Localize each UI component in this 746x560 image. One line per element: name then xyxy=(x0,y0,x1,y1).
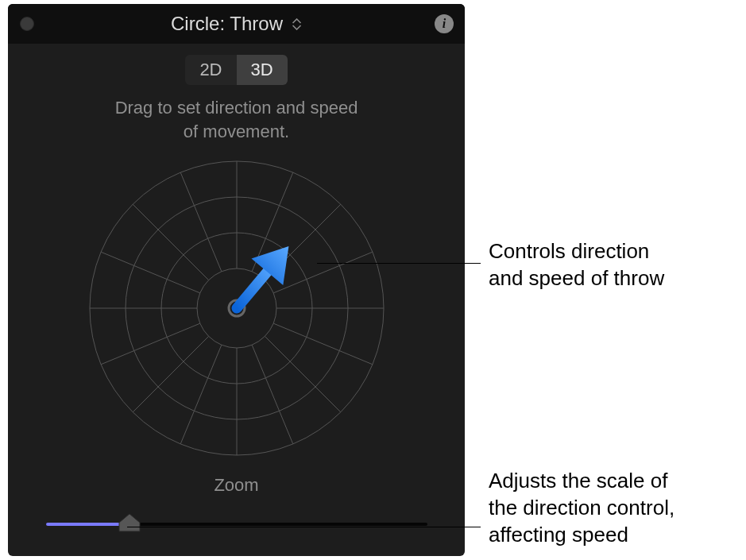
close-window-button[interactable] xyxy=(20,17,34,31)
dimension-toggle: 2D 3D xyxy=(185,55,287,85)
panel-title: Circle: Throw xyxy=(171,13,283,35)
helper-line-1: Drag to set direction and speed xyxy=(115,98,358,118)
direction-control[interactable] xyxy=(86,157,388,459)
callout-text: the direction control, xyxy=(489,496,674,519)
svg-line-20 xyxy=(273,253,373,294)
callout-direction: Controls direction and speed of throw xyxy=(489,238,664,292)
toggle-3d-button[interactable]: 3D xyxy=(237,55,288,85)
callout-text: affecting speed xyxy=(489,523,628,546)
callout-text: and speed of throw xyxy=(489,266,664,290)
panel-header: Circle: Throw i xyxy=(8,4,465,44)
callout-line xyxy=(127,527,481,527)
callout-line xyxy=(317,263,481,264)
panel-body: 2D 3D Drag to set direction and speed of… xyxy=(8,44,465,556)
helper-line-2: of movement. xyxy=(184,122,289,141)
zoom-label: Zoom xyxy=(214,475,258,496)
zoom-slider[interactable] xyxy=(46,508,427,540)
svg-line-14 xyxy=(101,324,200,365)
callout-text: Adjusts the scale of xyxy=(489,469,667,492)
svg-line-9 xyxy=(273,324,373,365)
hud-panel: Circle: Throw i 2D 3D Drag to set direct… xyxy=(8,4,465,556)
info-button[interactable]: i xyxy=(435,14,454,33)
helper-text: Drag to set direction and speed of movem… xyxy=(115,96,358,143)
svg-line-11 xyxy=(252,346,293,445)
svg-line-12 xyxy=(180,346,222,445)
title-dropdown[interactable]: Circle: Throw xyxy=(171,13,302,35)
callout-text: Controls direction xyxy=(489,239,649,263)
svg-line-10 xyxy=(265,337,340,412)
svg-line-13 xyxy=(133,337,208,412)
svg-line-17 xyxy=(180,172,222,272)
callout-zoom: Adjusts the scale of the direction contr… xyxy=(489,468,674,548)
svg-line-15 xyxy=(101,253,200,294)
toggle-2d-button[interactable]: 2D xyxy=(185,55,236,85)
slider-thumb[interactable] xyxy=(118,512,141,533)
direction-arrow-icon xyxy=(237,246,288,308)
updown-chevron-icon xyxy=(292,18,302,30)
svg-line-16 xyxy=(133,205,208,280)
